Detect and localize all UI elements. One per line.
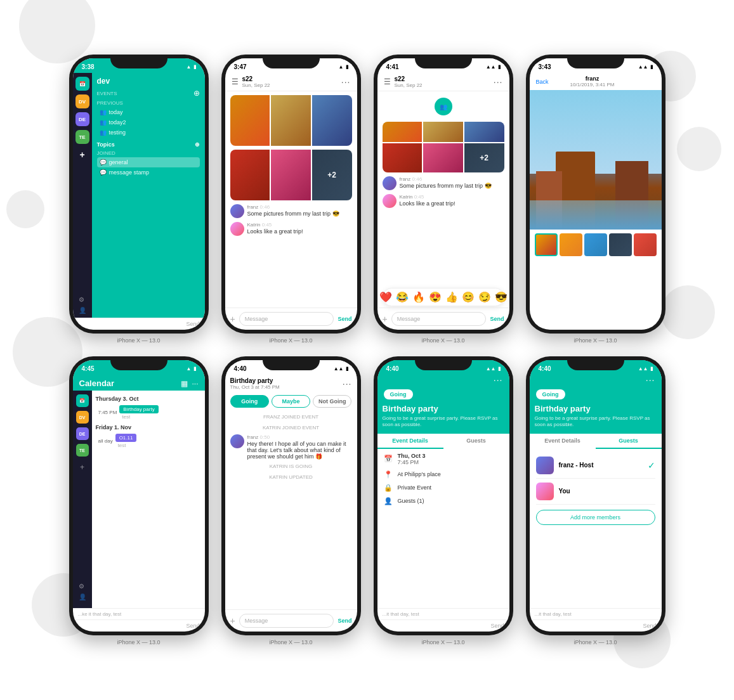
going-partial-label-7[interactable]: Going [384,389,413,399]
status-icons-2: ▲ ▮ [339,64,348,70]
more-icon-7[interactable]: ··· [494,375,503,385]
tab-guests-8[interactable]: Guests [596,434,662,449]
message-input-3[interactable]: Message [391,312,487,326]
cal-date-oct: Thursday 3. Oct [96,396,201,402]
settings-icon[interactable]: ⚙ [79,296,86,303]
battery-icon-2: ▮ [346,64,348,70]
not-going-button-6[interactable]: Not Going [313,395,351,408]
topic-message-stamp[interactable]: 💬 message stamp [97,167,200,178]
avatar-franz-6 [230,434,244,448]
thumb-1-4[interactable] [535,233,558,256]
thumb-4-4[interactable] [609,233,632,256]
calendar-grid-icon[interactable]: ▦ [181,379,188,388]
reaction-cool[interactable]: 😎 [495,291,508,303]
thumb-5-4[interactable] [634,233,657,256]
message-input-2[interactable]: Message [239,312,334,326]
add-members-button-8[interactable]: Add more members [536,510,655,525]
cal-event-nov[interactable]: all day O1.11 test [96,432,201,450]
topics-add-icon[interactable]: ⊕ [195,141,200,148]
cal-event-birthday[interactable]: 7:45 PM Birthday party test [96,403,201,422]
more-icon-2[interactable]: ··· [341,77,351,87]
reaction-fire[interactable]: 🔥 [412,291,425,303]
sidebar-icon-dv[interactable]: DV [75,94,89,108]
wifi-icon-2: ▲ [339,64,344,70]
sidebar-add-button[interactable]: + [75,148,89,162]
cal-icon-calendar[interactable]: 📅 [76,394,89,407]
plus-count-2: +2 [327,171,336,179]
phone-label-5: iPhone X — 13.0 [117,639,160,645]
reaction-smirk[interactable]: 😏 [478,291,491,303]
lock-icon-7: 🔒 [384,484,393,492]
cal-icon-te[interactable]: TE [76,444,89,457]
signal-icon-5: ▲ [187,366,192,372]
reaction-laugh[interactable]: 😂 [396,291,409,303]
reaction-heart[interactable]: ❤️ [379,291,392,303]
detail-location-7: 📍 At Philipp's place [384,470,503,479]
send-button-6[interactable]: Send [338,618,351,624]
event-today2[interactable]: 👥 today2 [97,117,200,127]
cal-icon-dv[interactable]: DV [76,411,89,424]
phone-7-top-section: 4:40 ▲▲ ▮ ··· [377,360,509,434]
message-input-6[interactable]: Message [239,614,334,628]
chat-header-2: ☰ s22 Sun, Sep 22 ··· [225,73,357,91]
topic-general[interactable]: 💬 general [97,157,200,167]
thumb-3-4[interactable] [584,233,607,256]
chat-title-3: s22 [395,75,490,82]
add-icon-2[interactable]: + [230,314,235,324]
status-bar-5: 4:45 ▲ ▮ [73,360,205,375]
status-icons-1: ▲ ▮ [187,64,196,70]
going-partial-label-8[interactable]: Going [536,389,565,399]
going-button-6[interactable]: Going [230,395,269,408]
sidebar-icon-calendar[interactable]: 📅 [75,77,89,91]
event-sub-nov: test [115,443,137,448]
back-button-4[interactable]: Back [536,79,549,85]
send-bar-8: Send [530,619,662,632]
send-label-8[interactable]: Send [643,623,656,629]
cal-settings-icon[interactable]: ⚙ [79,583,86,590]
send-button-2[interactable]: Send [338,316,351,322]
phone-1-frame: 3:38 ▲ ▮ 📅 DV DE [69,55,209,334]
battery-icon-7: ▮ [498,366,501,372]
menu-icon-2[interactable]: ☰ [232,77,239,86]
profile-icon[interactable]: 👤 [79,307,86,314]
reaction-thumbs[interactable]: 👍 [445,291,458,303]
add-icon-3[interactable]: + [383,314,388,324]
sidebar-icon-de[interactable]: DE [75,112,89,126]
calendar-more-icon[interactable]: ··· [192,379,198,388]
cal-add-icon[interactable]: + [80,463,84,472]
tab-event-details-8[interactable]: Event Details [530,434,596,449]
more-row-7: ··· [377,375,509,385]
tab-guests-7[interactable]: Guests [443,434,509,449]
send-button-3[interactable]: Send [490,316,504,322]
event-testing[interactable]: 👥 testing [97,127,200,138]
more-icon-8[interactable]: ··· [646,375,655,385]
reaction-eyes[interactable]: 😍 [429,291,442,303]
cal-profile-icon[interactable]: 👤 [79,593,86,600]
event-more-icon-6[interactable]: ··· [343,379,352,389]
detail-date-7: 📅 Thu, Oct 3 7:45 PM [384,453,503,465]
photo-grid-bottom-2: +2 [230,150,352,200]
more-icon-3[interactable]: ··· [494,77,503,87]
reaction-bar-3[interactable]: ❤️ 😂 🔥 😍 👍 😊 😏 😎 [383,288,504,306]
send-label-1[interactable]: Send [186,321,199,327]
events-add-icon[interactable]: ⊕ [193,89,200,98]
cal-icon-de[interactable]: DE [76,427,89,440]
menu-icon-3[interactable]: ☰ [384,77,391,86]
send-label-5[interactable]: Send [186,623,199,629]
event-today[interactable]: 👥 today [97,107,200,117]
add-icon-6[interactable]: + [230,616,235,626]
time-8: 4:40 [539,365,551,372]
sidebar-icon-te[interactable]: TE [75,130,89,144]
thumb-2-4[interactable] [560,233,582,256]
send-label-7[interactable]: Send [490,623,504,629]
phone-4-wrapper: 3:43 ▲▲ ▮ Back franz 10/1/2019, 3:41 PM [526,55,665,344]
water-4 [530,200,662,230]
sidebar-content-area: dev Events ⊕ PREVIOUS 👥 today [92,73,205,318]
guest-name-franz-8: franz - Host [559,462,643,469]
status-bar-2: 3:47 ▲ ▮ [225,58,357,73]
calendar-header-5: Calendar ▦ ··· [73,375,205,391]
reaction-smile[interactable]: 😊 [462,291,475,303]
tab-event-details-7[interactable]: Event Details [377,434,443,449]
maybe-button-6[interactable]: Maybe [272,395,310,408]
message-content-katrin-2: Katrin 0:45 Looks like a great trip! [247,222,303,235]
